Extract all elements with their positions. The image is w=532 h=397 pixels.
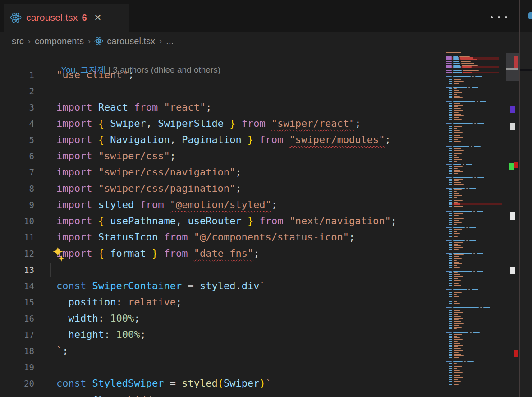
minimap-row — [449, 377, 463, 378]
line-number[interactable]: 21 — [0, 392, 34, 397]
line-number[interactable]: 12 — [0, 245, 34, 262]
code-line-1[interactable]: 1"use client"; — [0, 67, 444, 83]
code-line-19[interactable]: 19 — [0, 359, 444, 375]
minimap-row — [449, 196, 457, 198]
code-line-12[interactable]: 12import { format } from "date-fns"; — [0, 245, 444, 262]
minimap-row — [446, 122, 484, 124]
minimap-row — [449, 90, 459, 91]
minimap-row — [449, 243, 458, 245]
line-number[interactable]: 4 — [0, 115, 34, 132]
minimap-row — [449, 384, 459, 385]
line-number[interactable]: 19 — [0, 359, 34, 375]
minimap-row — [449, 157, 459, 158]
line-content: import { Navigation, Pagination } from "… — [56, 132, 391, 148]
code-line-4[interactable]: 4import { Swiper, SwiperSlide } from "sw… — [0, 115, 444, 132]
code-line-3[interactable]: 3import React from "react"; — [0, 99, 444, 115]
code-editor[interactable]: 1"use client";23import React from "react… — [0, 0, 444, 397]
minimap-row — [449, 212, 463, 214]
code-line-16[interactable]: 16 width: 100%; — [0, 310, 444, 327]
code-line-15[interactable]: 15 position: relative; — [0, 294, 444, 310]
line-content: import StatusIcon from "@/components/sta… — [56, 229, 355, 245]
line-number[interactable]: 17 — [0, 327, 34, 343]
minimap-row — [449, 274, 460, 275]
minimap-row — [449, 184, 464, 185]
minimap-row — [449, 315, 461, 317]
minimap-row — [449, 317, 463, 319]
minimap[interactable] — [444, 51, 506, 397]
code-line-10[interactable]: 10import { usePathname, useRouter } from… — [0, 213, 444, 229]
second-editor-group-sliver — [520, 0, 532, 397]
minimap-row — [449, 88, 457, 89]
code-line-11[interactable]: 11import StatusIcon from "@/components/s… — [0, 229, 444, 245]
minimap-row — [449, 368, 457, 369]
ai-sparkle-icon[interactable] — [52, 246, 66, 263]
minimap-row — [446, 86, 478, 88]
line-number[interactable]: 6 — [0, 148, 34, 164]
line-content: position: relative; — [56, 294, 182, 310]
line-content: overflow: hidden; — [56, 392, 170, 397]
code-line-14[interactable]: 14const SwiperContainer = styled.div` — [0, 278, 444, 294]
line-number[interactable]: 1 — [0, 67, 34, 83]
code-line-18[interactable]: 18`; — [0, 343, 444, 359]
line-number[interactable]: 3 — [0, 99, 34, 115]
line-number[interactable]: 2 — [0, 83, 34, 99]
minimap-row — [449, 232, 460, 234]
minimap-row — [449, 93, 457, 95]
minimap-row — [449, 151, 459, 152]
minimap-row — [449, 102, 460, 104]
minimap-row — [449, 236, 458, 237]
minimap-row — [449, 104, 463, 106]
overview-ruler — [506, 0, 519, 397]
line-number[interactable]: 18 — [0, 343, 34, 359]
minimap-row — [449, 222, 462, 223]
minimap-row — [449, 342, 460, 344]
minimap-row — [449, 166, 463, 167]
minimap-row — [449, 115, 464, 116]
minimap-row — [449, 245, 461, 246]
line-number[interactable]: 16 — [0, 310, 34, 327]
code-line-7[interactable]: 7import "swiper/css/navigation"; — [0, 164, 444, 180]
minimap-row — [449, 140, 461, 142]
code-line-9[interactable]: 9import styled from "@emotion/styled"; — [0, 197, 444, 213]
line-number[interactable]: 7 — [0, 164, 34, 180]
minimap-row — [449, 214, 459, 216]
minimap-row — [449, 333, 462, 335]
minimap-row — [446, 57, 499, 59]
line-number[interactable]: 8 — [0, 180, 34, 197]
line-number[interactable]: 9 — [0, 197, 34, 213]
minimap-row — [449, 308, 458, 309]
minimap-row — [449, 337, 460, 338]
minimap-row — [449, 169, 460, 171]
minimap-row — [449, 263, 462, 264]
code-line-5[interactable]: 5import { Navigation, Pagination } from … — [0, 132, 444, 148]
minimap-row — [449, 111, 459, 113]
minimap-row — [449, 113, 461, 115]
line-content: import { format } from "date-fns"; — [56, 245, 259, 262]
code-line-20[interactable]: 20const StyledSwiper = styled(Swiper)` — [0, 375, 444, 392]
line-number[interactable]: 15 — [0, 294, 34, 310]
code-line-8[interactable]: 8import "swiper/css/pagination"; — [0, 180, 444, 197]
ruler-mark-modified — [510, 106, 515, 113]
code-line-21[interactable]: 21 overflow: hidden; — [0, 392, 444, 397]
editor-more-actions-icon[interactable] — [491, 16, 507, 18]
minimap-row — [449, 124, 459, 125]
minimap-row — [449, 295, 459, 297]
code-line-2[interactable]: 2 — [0, 83, 444, 99]
line-number[interactable]: 14 — [0, 278, 34, 294]
line-number[interactable]: 5 — [0, 132, 34, 148]
minimap-row — [449, 301, 457, 302]
code-line-17[interactable]: 17 height: 100%; — [0, 327, 444, 343]
minimap-row — [449, 110, 463, 111]
minimap-row — [449, 142, 463, 143]
code-line-13[interactable]: 13 — [0, 262, 444, 278]
minimap-row — [446, 55, 470, 57]
line-number[interactable]: 20 — [0, 375, 34, 392]
react-icon — [528, 12, 532, 19]
minimap-row — [449, 351, 459, 353]
minimap-row — [449, 247, 463, 248]
line-number[interactable]: 10 — [0, 213, 34, 229]
line-number[interactable]: 13 — [0, 262, 34, 278]
minimap-row — [449, 133, 458, 134]
code-line-6[interactable]: 6import "swiper/css"; — [0, 148, 444, 164]
line-number[interactable]: 11 — [0, 229, 34, 245]
